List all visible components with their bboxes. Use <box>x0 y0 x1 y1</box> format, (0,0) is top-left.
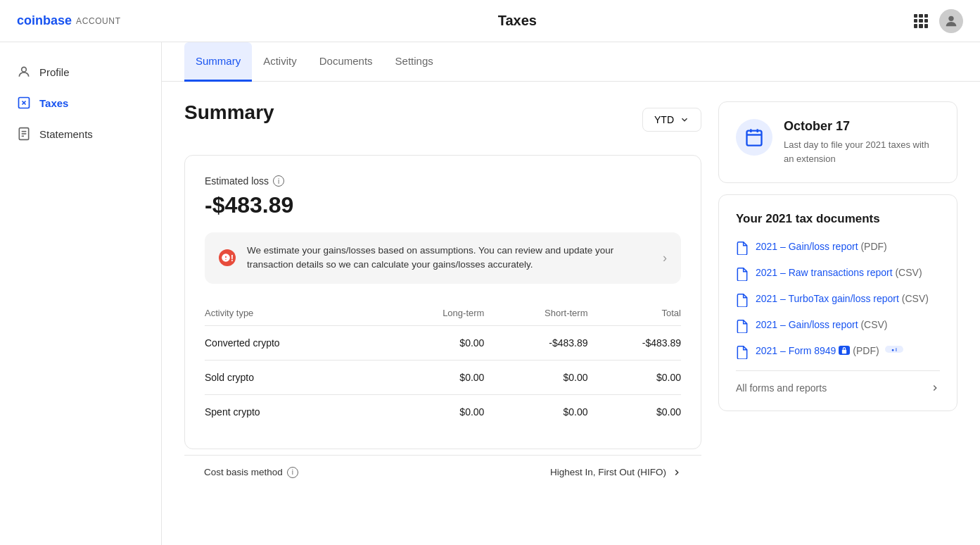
col-activity-type: Activity type <box>205 301 384 326</box>
table-row: Sold crypto $0.00 $0.00 $0.00 <box>205 360 681 394</box>
sidebar-item-profile[interactable]: Profile <box>0 56 161 87</box>
date-title: October 17 <box>784 119 940 134</box>
date-description: Last day to file your 2021 taxes with an… <box>784 138 940 165</box>
summary-card: Estimated loss i -$483.89 ! We estimate … <box>184 155 701 449</box>
doc-link[interactable]: 2021 – Gain/loss report (CSV) <box>756 318 888 332</box>
left-panel: Summary YTD Estimated loss i -$483.89 <box>184 101 701 525</box>
all-reports-link[interactable]: All forms and reports <box>736 370 940 394</box>
cell-short-term: $0.00 <box>484 394 587 429</box>
cost-basis-row[interactable]: Cost basis method i Highest In, First Ou… <box>184 455 701 489</box>
tab-documents[interactable]: Documents <box>308 42 384 82</box>
doc-list: 2021 – Gain/loss report (PDF) 2021 – Raw… <box>736 240 940 359</box>
cost-basis-value: Highest In, First Out (HIFO) <box>550 467 682 477</box>
svg-point-0 <box>948 15 953 20</box>
tab-activity[interactable]: Activity <box>252 42 308 82</box>
cost-basis-label: Cost basis method i <box>204 467 298 478</box>
doc-item-gain-loss-csv[interactable]: 2021 – Gain/loss report (CSV) <box>736 318 940 333</box>
logo-account: ACCOUNT <box>76 16 121 26</box>
summary-header: Summary YTD <box>184 101 701 138</box>
cost-basis-info-icon[interactable]: i <box>287 467 298 478</box>
doc-link[interactable]: 2021 – Raw transactions report (CSV) <box>756 266 922 280</box>
doc-item-turbotax[interactable]: 2021 – TurboTax gain/loss report (CSV) <box>736 292 940 307</box>
estimated-loss-info-icon[interactable]: i <box>273 175 284 187</box>
doc-suffix: (CSV) <box>902 293 929 304</box>
cell-long-term: $0.00 <box>384 325 484 360</box>
sidebar-item-taxes[interactable]: Taxes <box>0 87 161 118</box>
cell-short-term: -$483.89 <box>484 325 587 360</box>
cell-short-term: $0.00 <box>484 360 587 394</box>
grid-menu-icon[interactable] <box>914 14 928 28</box>
doc-item-raw-transactions[interactable]: 2021 – Raw transactions report (CSV) <box>736 266 940 281</box>
cell-long-term: $0.00 <box>384 394 484 429</box>
cell-total: $0.00 <box>588 360 681 394</box>
tabs-bar: Summary Activity Documents Settings <box>162 42 980 82</box>
user-avatar[interactable] <box>939 9 963 33</box>
col-short-term: Short-term <box>484 301 587 326</box>
calendar-icon <box>736 119 772 156</box>
sidebar-profile-label: Profile <box>39 66 70 78</box>
page-title: Summary <box>184 101 274 124</box>
main-layout: Profile Taxes Statements Summary Activit… <box>0 42 980 545</box>
doc-suffix: (PDF) <box>853 345 879 356</box>
ytd-label: YTD <box>654 114 674 125</box>
page-heading: Taxes <box>498 13 537 29</box>
ytd-selector-button[interactable]: YTD <box>642 108 701 132</box>
logo: coinbase ACCOUNT <box>17 13 121 28</box>
lock-icon <box>839 346 850 355</box>
doc-link[interactable]: 2021 – Form 8949 (PDF) ● i <box>756 344 903 358</box>
sidebar-item-statements[interactable]: Statements <box>0 118 161 149</box>
tab-summary[interactable]: Summary <box>184 42 252 82</box>
cell-total: -$483.89 <box>588 325 681 360</box>
content-area: Summary Activity Documents Settings Summ… <box>162 42 980 545</box>
col-total: Total <box>588 301 681 326</box>
top-nav-right <box>914 9 963 33</box>
premium-info-icon[interactable]: ● i <box>885 344 903 354</box>
doc-link[interactable]: 2021 – TurboTax gain/loss report (CSV) <box>756 292 929 306</box>
doc-link[interactable]: 2021 – Gain/loss report (PDF) <box>756 240 887 254</box>
table-row: Converted crypto $0.00 -$483.89 -$483.89 <box>205 325 681 360</box>
warning-text: We estimate your gains/losses based on a… <box>247 244 651 272</box>
svg-rect-16 <box>842 350 846 354</box>
activity-table: Activity type Long-term Short-term Total… <box>205 301 681 429</box>
sidebar-statements-label: Statements <box>39 128 93 140</box>
doc-suffix: (CSV) <box>860 319 887 330</box>
col-long-term: Long-term <box>384 301 484 326</box>
date-card: October 17 Last day to file your 2021 ta… <box>718 101 957 183</box>
sidebar-taxes-label: Taxes <box>39 97 68 109</box>
cell-activity-type: Converted crypto <box>205 325 384 360</box>
cell-total: $0.00 <box>588 394 681 429</box>
tab-settings[interactable]: Settings <box>384 42 445 82</box>
doc-item-form-8949[interactable]: 2021 – Form 8949 (PDF) ● i <box>736 344 940 359</box>
logo-brand: coinbase <box>17 13 72 28</box>
page-content: Summary YTD Estimated loss i -$483.89 <box>162 82 980 545</box>
date-card-content: October 17 Last day to file your 2021 ta… <box>784 119 940 165</box>
all-reports-label: All forms and reports <box>736 382 827 394</box>
table-row: Spent crypto $0.00 $0.00 $0.00 <box>205 394 681 429</box>
svg-rect-12 <box>747 131 762 146</box>
doc-item-gain-loss-pdf[interactable]: 2021 – Gain/loss report (PDF) <box>736 240 940 255</box>
cell-long-term: $0.00 <box>384 360 484 394</box>
warning-icon: ! <box>219 249 236 266</box>
doc-suffix: (CSV) <box>895 267 922 278</box>
tax-docs-title: Your 2021 tax documents <box>736 212 940 226</box>
doc-suffix: (PDF) <box>860 241 886 252</box>
svg-point-1 <box>22 67 27 72</box>
loss-amount: -$483.89 <box>205 192 681 218</box>
taxes-icon <box>17 96 31 110</box>
tax-docs-card: Your 2021 tax documents 2021 – Gain/loss… <box>718 194 957 411</box>
statements-icon <box>17 127 31 141</box>
profile-icon <box>17 65 31 79</box>
right-panel: October 17 Last day to file your 2021 ta… <box>718 101 957 525</box>
sidebar: Profile Taxes Statements <box>0 42 162 545</box>
cell-activity-type: Sold crypto <box>205 360 384 394</box>
warning-banner[interactable]: ! We estimate your gains/losses based on… <box>205 232 681 284</box>
top-nav: coinbase ACCOUNT Taxes <box>0 0 980 42</box>
cell-activity-type: Spent crypto <box>205 394 384 429</box>
warning-chevron-icon: › <box>663 251 667 265</box>
svg-point-11 <box>225 259 226 260</box>
svg-text:●  i: ● i <box>891 347 897 352</box>
estimated-loss-label: Estimated loss i <box>205 175 681 187</box>
